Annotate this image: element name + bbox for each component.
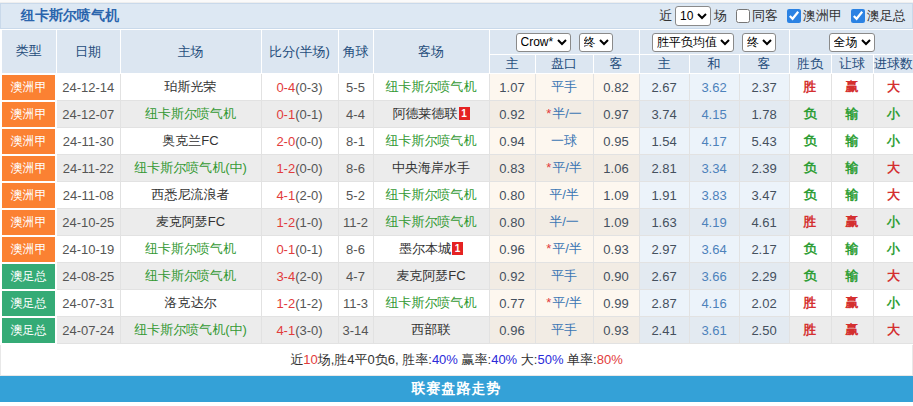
cell-result-handicap: 赢	[831, 74, 873, 101]
cell-result-wdl: 胜	[789, 317, 831, 344]
cell-away-team: 纽卡斯尔喷气机	[373, 74, 489, 101]
cell-eu-draw-odds: 3.62	[689, 74, 739, 101]
eu-type-select[interactable]: 胜平负均值	[652, 33, 734, 52]
col-header-ah-home: 主	[489, 55, 535, 74]
away-team-name: 纽卡斯尔喷气机	[386, 295, 477, 310]
table-row: 澳洲甲24-11-22纽卡斯尔喷气机(中)1-2(0-0)8-6中央海岸水手0.…	[1, 155, 913, 182]
cell-corners: 5-5	[338, 74, 373, 101]
cell-eu-away-odds: 2.39	[739, 155, 789, 182]
home-team-name: 西悉尼流浪者	[152, 187, 230, 202]
cell-ah-line: *平/半	[535, 155, 593, 182]
filter-aleague-option[interactable]: 澳洲甲	[781, 7, 842, 25]
same-opponent-option[interactable]: 同客	[730, 7, 778, 25]
eu-state-select[interactable]: 终	[742, 33, 776, 52]
cell-score: 4-1(3-0)	[261, 317, 338, 344]
cell-home-team: 纽卡斯尔喷气机	[120, 236, 261, 263]
recent-count-select[interactable]: 10	[675, 6, 711, 26]
table-row: 澳足总24-07-31洛克达尔1-2(1-2)11-3纽卡斯尔喷气机0.77*平…	[1, 290, 913, 317]
col-header-result-handicap: 让球	[831, 55, 873, 74]
halftime-score: (3-0)	[295, 323, 322, 338]
cell-ah-away-odds: 0.82	[593, 74, 639, 101]
same-opponent-checkbox[interactable]	[736, 9, 750, 23]
line-changed-star: *	[546, 106, 551, 121]
cell-away-team: 墨尔本城1	[373, 236, 489, 263]
filter-ffacup-option[interactable]: 澳足总	[845, 7, 906, 25]
cell-date: 24-11-08	[56, 182, 120, 209]
fulltime-score: 2-0	[276, 134, 295, 149]
ah-line-text: 平/半	[552, 241, 582, 256]
cell-result-goals: 小	[873, 128, 913, 155]
table-row: 澳洲甲24-12-14珀斯光荣0-4(0-3)5-5纽卡斯尔喷气机1.07平手0…	[1, 74, 913, 101]
cell-score: 0-1(0-1)	[261, 101, 338, 128]
cell-home-team: 纽卡斯尔喷气机(中)	[120, 317, 261, 344]
cell-eu-away-odds: 2.37	[739, 74, 789, 101]
halftime-score: (0-1)	[295, 242, 322, 257]
col-header-eu-draw: 和	[689, 55, 739, 74]
cell-league-type: 澳洲甲	[1, 101, 56, 128]
section-bar-label: 联赛盘路走势	[412, 380, 502, 398]
cell-eu-draw-odds: 4.16	[689, 290, 739, 317]
col-header-ah-line: 盘口	[535, 55, 593, 74]
cell-league-type: 澳足总	[1, 290, 56, 317]
cell-eu-draw-odds: 3.83	[689, 182, 739, 209]
filter-aleague-checkbox[interactable]	[787, 9, 801, 23]
red-card-badge: 1	[452, 242, 463, 255]
halftime-score: (2-0)	[295, 269, 322, 284]
col-header-ah-away: 客	[593, 55, 639, 74]
section-bar-league-trend: 联赛盘路走势	[0, 376, 913, 402]
table-row: 澳洲甲24-11-08西悉尼流浪者4-1(2-0)5-2纽卡斯尔喷气机0.80平…	[1, 182, 913, 209]
cell-eu-away-odds: 2.17	[739, 236, 789, 263]
ah-group-header: Crow* 终	[489, 30, 639, 55]
away-team-name: 麦克阿瑟FC	[396, 268, 465, 283]
halftime-score: (2-0)	[295, 188, 322, 203]
cell-date: 24-08-25	[56, 263, 120, 290]
ah-state-select[interactable]: 终	[579, 33, 613, 52]
cell-ah-line: 平手	[535, 263, 593, 290]
away-team-name: 纽卡斯尔喷气机	[386, 187, 477, 202]
cell-result-wdl: 胜	[789, 209, 831, 236]
away-team-name: 中央海岸水手	[392, 160, 470, 175]
cell-home-team: 纽卡斯尔喷气机	[120, 263, 261, 290]
filter-ffacup-checkbox[interactable]	[851, 9, 865, 23]
cell-result-handicap: 赢	[831, 317, 873, 344]
cell-eu-home-odds: 2.97	[639, 236, 689, 263]
fulltime-score: 1-2	[276, 215, 295, 230]
cell-eu-draw-odds: 4.19	[689, 209, 739, 236]
cell-result-goals: 小	[873, 236, 913, 263]
col-header-result-wdl: 胜负	[789, 55, 831, 74]
home-team-name: 纽卡斯尔喷气机(中)	[134, 160, 247, 175]
cell-league-type: 澳洲甲	[1, 74, 56, 101]
cell-eu-home-odds: 2.81	[639, 155, 689, 182]
cell-eu-home-odds: 3.74	[639, 101, 689, 128]
ah-line-text: 平手	[551, 322, 577, 337]
cell-away-team: 麦克阿瑟FC	[373, 263, 489, 290]
cell-ah-home-odds: 0.92	[489, 263, 535, 290]
cell-eu-draw-odds: 3.66	[689, 263, 739, 290]
fulltime-score: 4-1	[276, 323, 295, 338]
cell-result-wdl: 胜	[789, 290, 831, 317]
col-header-eu-home: 主	[639, 55, 689, 74]
away-team-name: 纽卡斯尔喷气机	[386, 133, 477, 148]
recent-label: 近	[659, 7, 672, 25]
col-header-home: 主场	[120, 30, 261, 74]
cell-away-team: 纽卡斯尔喷气机	[373, 209, 489, 236]
cell-eu-home-odds: 2.67	[639, 74, 689, 101]
cell-home-team: 珀斯光荣	[120, 74, 261, 101]
cell-ah-away-odds: 0.93	[593, 236, 639, 263]
table-row: 澳洲甲24-10-25麦克阿瑟FC1-2(1-0)11-2纽卡斯尔喷气机0.80…	[1, 209, 913, 236]
cell-result-handicap: 输	[831, 155, 873, 182]
fulltime-score: 1-2	[276, 296, 295, 311]
cell-league-type: 澳洲甲	[1, 155, 56, 182]
home-team-name: 洛克达尔	[165, 295, 217, 310]
ah-line-text: 平手	[551, 268, 577, 283]
cell-eu-home-odds: 2.67	[639, 263, 689, 290]
cell-league-type: 澳洲甲	[1, 182, 56, 209]
scope-select[interactable]: 全场	[829, 33, 875, 52]
cell-date: 24-12-14	[56, 74, 120, 101]
match-rows: 澳洲甲24-12-14珀斯光荣0-4(0-3)5-5纽卡斯尔喷气机1.07平手0…	[1, 74, 913, 344]
odds-provider-select[interactable]: Crow*	[516, 33, 571, 52]
cell-league-type: 澳洲甲	[1, 209, 56, 236]
cell-result-handicap: 输	[831, 263, 873, 290]
title-bar: 纽卡斯尔喷气机 近 10 场 同客 澳洲甲 澳足总	[0, 3, 913, 29]
cell-result-handicap: 输	[831, 182, 873, 209]
